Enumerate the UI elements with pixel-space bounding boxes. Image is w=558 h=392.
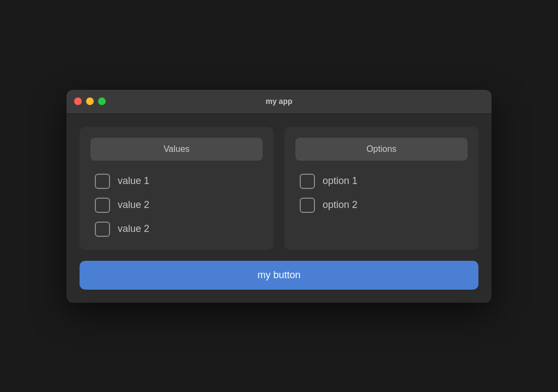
options-panel-header: Options: [295, 138, 468, 161]
maximize-button[interactable]: [98, 97, 106, 105]
title-bar: my app: [66, 90, 492, 114]
minimize-button[interactable]: [86, 97, 94, 105]
value1-checkbox[interactable]: [95, 174, 110, 189]
list-item[interactable]: value 2: [95, 198, 258, 213]
value3-checkbox[interactable]: [95, 222, 110, 237]
values-checkbox-list: value 1 value 2 value 2: [90, 171, 263, 239]
option2-checkbox[interactable]: [300, 198, 315, 213]
traffic-lights: [74, 97, 106, 105]
main-button[interactable]: my button: [80, 261, 478, 290]
close-button[interactable]: [74, 97, 82, 105]
list-item[interactable]: value 2: [95, 222, 258, 237]
value2-label: value 2: [118, 199, 149, 211]
app-window: my app Values value 1 value 2: [66, 90, 492, 303]
values-panel: Values value 1 value 2 value 2: [80, 127, 274, 250]
option2-label: option 2: [323, 199, 357, 211]
window-content: Values value 1 value 2 value 2: [66, 114, 492, 303]
option1-label: option 1: [323, 175, 357, 187]
panels-row: Values value 1 value 2 value 2: [80, 127, 478, 250]
list-item[interactable]: value 1: [95, 174, 258, 189]
options-panel: Options option 1 option 2: [284, 127, 478, 250]
list-item[interactable]: option 2: [300, 198, 463, 213]
values-panel-header: Values: [90, 138, 263, 161]
option1-checkbox[interactable]: [300, 174, 315, 189]
value1-label: value 1: [118, 175, 149, 187]
options-checkbox-list: option 1 option 2: [295, 171, 468, 215]
value3-label: value 2: [118, 223, 149, 235]
window-title: my app: [265, 97, 292, 106]
list-item[interactable]: option 1: [300, 174, 463, 189]
value2-checkbox[interactable]: [95, 198, 110, 213]
